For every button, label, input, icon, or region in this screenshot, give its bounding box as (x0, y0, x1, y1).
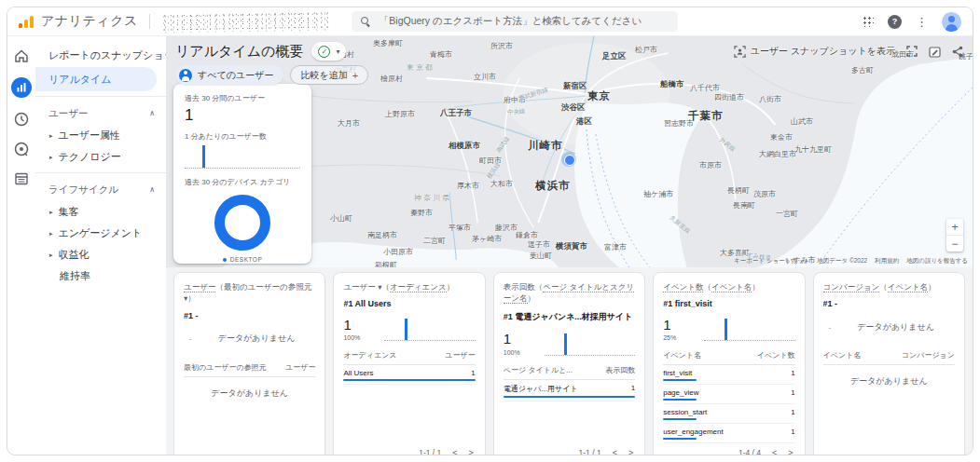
top-rank: #1 電通ジャパンネ...材採用サイト (504, 311, 635, 323)
chevron-right-icon[interactable]: > (628, 448, 633, 455)
home-icon[interactable] (13, 48, 30, 64)
card-views-by-page: 表示回数（ページ タイトルとスクリーン名） #1 電通ジャパンネ...材採用サイ… (493, 272, 645, 455)
user-avatar[interactable] (942, 12, 961, 32)
table-row: user_engagement1 (663, 424, 794, 443)
device-donut-chart (214, 195, 270, 251)
chevron-left-icon[interactable]: < (452, 448, 457, 455)
metric-percent: 25% (663, 334, 698, 341)
metric-percent: 100% (504, 349, 539, 356)
app-bar: アナリティクス 「BigQuery のエクスポート方法」と検索してみてください … (7, 7, 973, 36)
analytics-logo-icon (19, 16, 34, 28)
card-title[interactable]: ユーザー ▾（オーディエンス） (343, 281, 475, 292)
chevron-left-icon[interactable]: < (772, 448, 777, 455)
card-title[interactable]: ユーザー（最初のユーザーの参照元 ▾） (184, 281, 315, 305)
app-window: アナリティクス 「BigQuery のエクスポート方法」と検索してみてください … (7, 7, 973, 455)
row-name: All Users (343, 369, 373, 377)
chevron-right-icon[interactable]: > (469, 448, 474, 455)
all-users-pill[interactable]: すべてのユーザー (175, 65, 283, 85)
card-title[interactable]: 表示回数（ページ タイトルとスクリーン名） (504, 281, 635, 305)
more-vert-icon[interactable]: ⋮ (916, 16, 928, 28)
map-label: 神奈川県 (414, 193, 451, 203)
zoom-out-button[interactable]: − (946, 236, 963, 251)
row-bar (663, 418, 696, 420)
map-label: 西武新宿線 (518, 86, 549, 103)
library-icon[interactable] (13, 170, 30, 187)
row-name: user_engagement (663, 428, 724, 436)
top-rank: #1 - (184, 311, 315, 320)
sidebar-item-engagement[interactable]: ▸エンゲージメント (35, 223, 166, 244)
map-label: 新宿区 (563, 81, 587, 92)
map-label: 川崎市 (528, 139, 563, 153)
chevron-right-icon[interactable]: > (788, 448, 793, 455)
device-percent: 100.0% (185, 265, 300, 267)
map-label: 大網白里市 (759, 149, 796, 159)
map-label: 多古町 (851, 65, 874, 75)
row-name: session_start (663, 408, 707, 416)
sidebar-item-technology[interactable]: ▸テクノロジー (35, 146, 166, 168)
caret-right-icon: ▸ (49, 251, 53, 259)
sidebar-item-acquisition[interactable]: ▸集客 (35, 201, 166, 223)
search-input[interactable]: 「BigQuery のエクスポート方法」と検索してみてください (352, 11, 678, 32)
search-icon (361, 17, 371, 27)
report-map-error-link[interactable]: 地図の誤りを報告する (906, 257, 968, 265)
map-label: 小田原市 (383, 247, 413, 257)
sidebar-item-monetization[interactable]: ▸収益化 (35, 244, 166, 265)
no-data-note: データがありません (857, 321, 934, 333)
user-snapshot-button[interactable]: ユーザー スナップショットを表示 (734, 45, 895, 58)
sidebar-item-user-attributes[interactable]: ▸ユーザー属性 (35, 125, 166, 146)
column-dimension: ページ タイトルと... (504, 365, 573, 375)
sidebar-item-snapshot[interactable]: レポートのスナップショット (35, 44, 166, 67)
reports-icon[interactable] (11, 77, 32, 98)
map-label: 松戸市 (635, 45, 657, 55)
map-label: 足立区 (602, 51, 627, 62)
map-data-copyright: 地図データ ©2022 (817, 257, 867, 265)
report-status-dropdown[interactable]: ✓ ▾ (311, 42, 346, 61)
help-icon[interactable]: ? (888, 15, 902, 29)
map-label: 所沢市 (490, 41, 513, 51)
column-dimension: イベント名 (823, 350, 862, 360)
fullscreen-icon[interactable] (906, 46, 918, 57)
map-label: 南足柄市 (367, 230, 397, 240)
top-rank: #1 All Users (343, 299, 475, 308)
chevron-up-icon[interactable]: ∧ (149, 185, 155, 194)
terms-link[interactable]: 利用規約 (875, 257, 899, 265)
map-label: 厚木市 (457, 181, 479, 191)
advertising-icon[interactable] (13, 141, 30, 157)
add-comparison-pill[interactable]: 比較を追加 + (290, 65, 368, 85)
apps-grid-icon[interactable] (863, 16, 874, 27)
share-icon[interactable] (952, 46, 963, 58)
map-label: 横須賀市 (556, 241, 587, 252)
product-name: アナリティクス (41, 13, 138, 30)
map-label: 千葉市 (688, 109, 724, 123)
table-row: 電通ジャパ...用サイト1 (504, 380, 635, 401)
realtime-map[interactable]: 丹波山村小菅村奥多摩町青梅市檜原村東京都所沢市立川市上野原市大月市八王子市府中市… (166, 36, 973, 267)
sidebar-section-user[interactable]: ユーザー ∧ (35, 102, 166, 125)
page-range: 1-1 / 1 (579, 448, 601, 455)
chevron-up-icon[interactable]: ∧ (149, 109, 155, 117)
caret-right-icon: ▸ (49, 209, 53, 216)
device-legend: DESKTOP (230, 256, 262, 263)
sidebar-section-lifecycle[interactable]: ライフサイクル ∧ (35, 178, 166, 201)
map-label: 港区 (576, 116, 592, 128)
metric-percent: 100% (343, 334, 379, 341)
edit-report-icon[interactable] (929, 46, 941, 58)
divider (35, 172, 166, 173)
keyboard-shortcuts-link[interactable]: キーボード ショートカット (734, 257, 809, 265)
sidebar-item-realtime[interactable]: リアルタイム (35, 67, 157, 91)
column-dimension: オーディエンス (343, 350, 396, 360)
row-bar (343, 379, 475, 381)
property-name-redacted[interactable] (161, 10, 329, 33)
sidebar-item-retention[interactable]: 維持率 (35, 265, 166, 287)
page-range: 1-1 / 1 (419, 448, 441, 455)
reports-sidebar: レポートのスナップショット リアルタイム ユーザー ∧ ▸ユーザー属性 ▸テクノ… (35, 36, 166, 455)
card-title[interactable]: イベント数（イベント名） (663, 281, 794, 292)
chevron-left-icon[interactable]: < (613, 448, 617, 455)
column-metric: イベント数 (757, 350, 795, 360)
explore-icon[interactable] (13, 111, 30, 128)
column-metric: 表示回数 (605, 365, 635, 375)
sparkline-chart (545, 332, 635, 356)
plus-icon: + (352, 70, 358, 81)
zoom-in-button[interactable]: + (946, 219, 963, 235)
card-title[interactable]: コンバージョン（イベント名） (823, 281, 955, 292)
caret-right-icon: ▸ (49, 132, 53, 140)
